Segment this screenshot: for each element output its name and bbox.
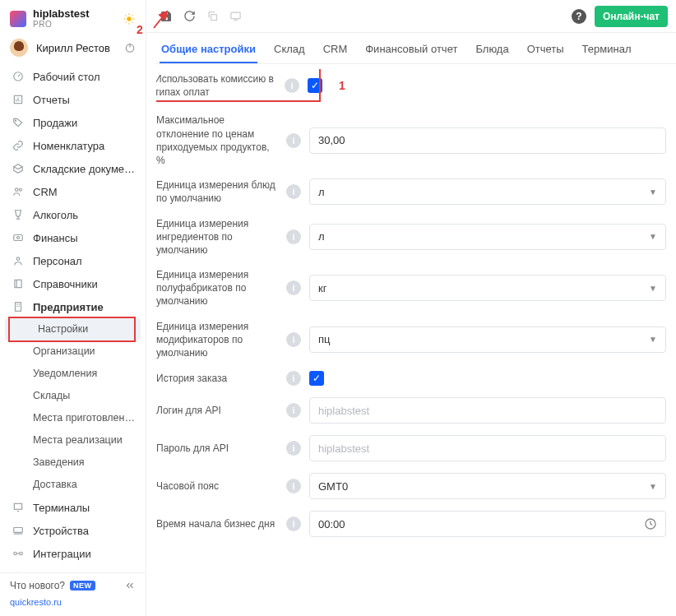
row-timezone: Часовой пояс i GMT0▼: [156, 473, 666, 499]
online-chat-button[interactable]: Онлайн-чат: [595, 6, 668, 27]
select-timezone[interactable]: GMT0▼: [309, 473, 666, 499]
sidebar-item-label: Финансы: [33, 232, 136, 245]
sidebar-item-20[interactable]: Устройства: [0, 519, 146, 542]
sidebar-item-17[interactable]: Заведения: [0, 452, 146, 474]
info-icon[interactable]: i: [285, 78, 299, 93]
svg-point-18: [19, 189, 21, 192]
whats-new-link[interactable]: Что нового?: [10, 580, 65, 591]
info-icon[interactable]: i: [286, 133, 301, 148]
tab-2[interactable]: CRM: [322, 36, 350, 63]
label-api-password: Пароль для API: [156, 442, 278, 455]
sidebar-item-12[interactable]: Организации: [0, 340, 146, 363]
sidebar-item-21[interactable]: Интеграции: [0, 542, 146, 565]
glass-icon: [12, 208, 25, 221]
tab-4[interactable]: Блюда: [474, 36, 510, 63]
checkbox-use-commission[interactable]: ✓: [308, 78, 322, 93]
select-unit-semi[interactable]: кг▼: [309, 275, 666, 301]
select-unit-dish[interactable]: л▼: [309, 178, 666, 205]
input-max-deviation[interactable]: 30,00: [309, 127, 666, 154]
sidebar-item-22[interactable]: Франшиза: [0, 565, 146, 572]
sidebar-item-5[interactable]: CRM: [0, 180, 146, 203]
input-api-login[interactable]: hiplabstest: [309, 397, 666, 424]
sidebar-item-label: Складские документы: [33, 163, 136, 176]
sidebar-item-label: Продажи: [33, 117, 136, 130]
tab-1[interactable]: Склад: [272, 36, 307, 63]
sidebar-item-14[interactable]: Склады: [0, 385, 146, 407]
logout-icon[interactable]: [124, 42, 136, 53]
help-icon[interactable]: ?: [572, 9, 586, 24]
tab-0[interactable]: Общие настройки: [160, 36, 257, 63]
sidebar-item-4[interactable]: Складские документы: [0, 157, 146, 180]
input-api-password[interactable]: hiplabstest: [309, 435, 666, 461]
info-icon[interactable]: i: [286, 516, 301, 531]
save-button[interactable]: [155, 5, 178, 28]
theme-icon[interactable]: [123, 12, 136, 25]
sidebar-item-label: Места приготовления: [33, 412, 136, 424]
info-icon[interactable]: i: [286, 332, 301, 347]
svg-line-7: [125, 21, 126, 22]
info-icon[interactable]: i: [286, 229, 301, 244]
sidebar-item-6[interactable]: Алкоголь: [0, 203, 146, 226]
svg-rect-31: [14, 504, 21, 510]
dashboard-icon: [12, 70, 25, 83]
checkbox-order-history[interactable]: ✓: [309, 371, 324, 386]
select-unit-ingredient[interactable]: л▼: [309, 224, 666, 250]
sidebar-item-2[interactable]: Продажи: [0, 111, 146, 134]
sidebar-item-16[interactable]: Места реализации: [0, 429, 146, 452]
sidebar-item-10[interactable]: Предприятие: [0, 295, 146, 318]
refresh-button[interactable]: [178, 5, 201, 28]
sidebar-item-0[interactable]: Рабочий стол: [0, 65, 146, 88]
info-icon[interactable]: i: [286, 371, 301, 386]
tab-6[interactable]: Терминал: [581, 36, 633, 63]
row-api-login: Логин для API i hiplabstest: [156, 397, 666, 424]
domain-link[interactable]: quickresto.ru: [10, 597, 62, 607]
new-badge: NEW: [70, 581, 95, 591]
svg-line-8: [132, 15, 132, 16]
app-logo: [10, 11, 26, 27]
sidebar-item-11[interactable]: Настройки: [5, 318, 141, 340]
info-icon[interactable]: i: [286, 479, 301, 493]
chevron-down-icon: ▼: [649, 335, 657, 344]
sidebar-item-19[interactable]: Терминалы: [0, 496, 146, 519]
sidebar-item-15[interactable]: Места приготовления: [0, 407, 146, 429]
label-max-deviation: Максимальное отклонение по ценам приходу…: [156, 113, 278, 167]
sidebar-item-8[interactable]: Персонал: [0, 249, 146, 272]
copy-button[interactable]: [201, 5, 224, 28]
chevron-down-icon: ▼: [649, 188, 657, 197]
info-icon[interactable]: i: [286, 184, 301, 199]
sidebar-item-7[interactable]: Финансы: [0, 226, 146, 249]
svg-rect-48: [211, 15, 216, 21]
info-icon[interactable]: i: [286, 280, 301, 295]
sidebar: hiplabstest PRO Кирилл Рестов Рабочий ст…: [0, 0, 146, 616]
sidebar-item-3[interactable]: Номенклатура: [0, 134, 146, 157]
sidebar-footer: Что нового? NEW quickresto.ru: [0, 572, 146, 616]
row-order-history: История заказа i ✓: [156, 371, 666, 386]
sidebar-item-label: Устройства: [33, 525, 136, 538]
label-unit-semi: Единица измерения полуфабрикатов по умол…: [156, 268, 278, 308]
screen-button[interactable]: [224, 5, 247, 28]
sidebar-item-label: Заведения: [33, 456, 136, 469]
label-unit-modifier: Единица измерения модификаторов по умолч…: [156, 320, 278, 360]
sidebar-item-1[interactable]: Отчеты: [0, 88, 146, 111]
building-icon: [12, 300, 25, 313]
svg-rect-49: [230, 12, 239, 19]
tag-icon: [12, 116, 25, 129]
svg-line-5: [125, 15, 126, 16]
sidebar-item-13[interactable]: Уведомления: [0, 363, 146, 385]
select-unit-modifier[interactable]: пц▼: [309, 327, 666, 353]
tab-3[interactable]: Финансовый отчет: [363, 36, 459, 63]
link-icon: [12, 139, 25, 152]
sidebar-item-label: Предприятие: [33, 301, 136, 314]
sidebar-item-18[interactable]: Доставка: [0, 474, 146, 496]
nav: Рабочий столОтчетыПродажиНоменклатураСкл…: [0, 65, 146, 572]
info-icon[interactable]: i: [286, 403, 301, 418]
input-business-day-start[interactable]: 00:00: [309, 511, 666, 537]
tab-5[interactable]: Отчеты: [526, 36, 566, 63]
sidebar-item-9[interactable]: Справочники: [0, 272, 146, 295]
row-unit-dish: Единица измерения блюд по умолчанию i л▼: [156, 178, 666, 205]
sidebar-item-label: Места реализации: [33, 434, 136, 447]
info-icon[interactable]: i: [286, 441, 301, 456]
sidebar-item-label: Персонал: [33, 255, 136, 268]
collapse-icon[interactable]: [124, 580, 136, 591]
sidebar-item-label: Отчеты: [33, 94, 136, 107]
